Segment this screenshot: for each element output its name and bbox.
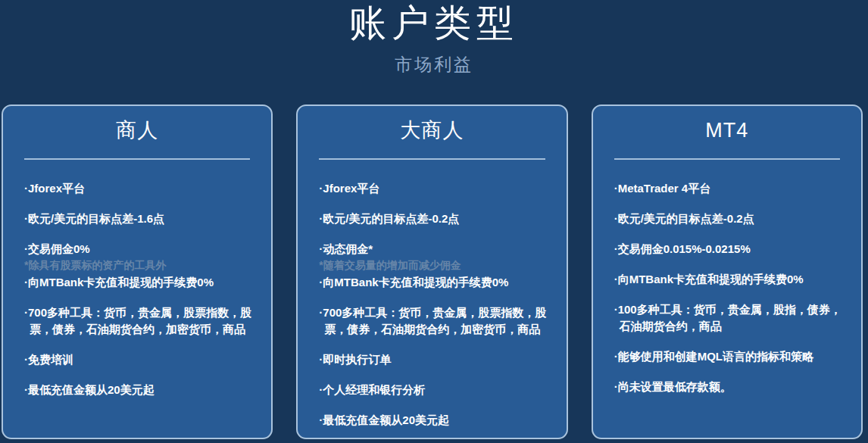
- feature-list: ·MetaTrader 4平台 ·欧元/美元的目标点差-0.2点 ·交易佣金0.…: [593, 180, 861, 395]
- card-merchant-title: 商人: [3, 117, 271, 143]
- feature-item: ·个人经理和银行分析: [319, 382, 548, 398]
- feature-item: ·交易佣金0.015%-0.0215%: [614, 241, 843, 257]
- feature-item: ·动态佣金* *随着交易量的增加而减少佣金: [319, 241, 548, 273]
- feature-item: ·免费培训: [24, 351, 253, 368]
- feature-text: ·动态佣金*: [319, 242, 373, 255]
- feature-item: ·交易佣金0% *除具有股票标的资产的工具外: [24, 241, 253, 273]
- feature-item: ·700多种工具：货币，贵金属，股票指数，股票，债券，石油期货合约，加密货币，商…: [24, 304, 253, 338]
- card-divider: [614, 158, 840, 160]
- card-divider: [24, 158, 250, 160]
- account-cards-row: 商人 ·Jforex平台 ·欧元/美元的目标点差-1.6点 ·交易佣金0% *除…: [0, 105, 868, 439]
- feature-footnote: *除具有股票标的资产的工具外: [30, 257, 253, 273]
- card-big-merchant-title: 大商人: [298, 117, 566, 143]
- section-header: 账户类型 市场利益: [0, 0, 868, 75]
- feature-item: ·100多种工具：货币，贵金属，股指，债券，石油期货合约，商品: [614, 301, 843, 335]
- page-title: 账户类型: [0, 0, 868, 45]
- feature-item: ·700多种工具：货币，贵金属，股票指数，股票，债券，石油期货合约，加密货币，商…: [319, 304, 548, 338]
- feature-item: ·即时执行订单: [319, 351, 548, 368]
- feature-item: ·向MTBank卡充值和提现的手续费0%: [24, 274, 253, 291]
- feature-item: ·欧元/美元的目标点差-1.6点: [24, 211, 253, 227]
- feature-item: ·最低充值金额从20美元起: [319, 412, 548, 429]
- feature-item: ·欧元/美元的目标点差-0.2点: [614, 211, 843, 227]
- feature-item: ·Jforex平台: [24, 180, 253, 197]
- card-divider: [319, 158, 545, 160]
- feature-item: ·MetaTrader 4平台: [614, 180, 843, 197]
- feature-item: ·欧元/美元的目标点差-0.2点: [319, 211, 548, 227]
- feature-text: ·交易佣金0%: [24, 242, 90, 255]
- feature-item: ·向MTBank卡充值和提现的手续费0%: [319, 274, 548, 291]
- card-merchant: 商人 ·Jforex平台 ·欧元/美元的目标点差-1.6点 ·交易佣金0% *除…: [2, 105, 273, 439]
- feature-item: ·能够使用和创建MQL语言的指标和策略: [614, 348, 843, 365]
- feature-list: ·Jforex平台 ·欧元/美元的目标点差-0.2点 ·动态佣金* *随着交易量…: [298, 180, 566, 429]
- feature-item: ·向MTBank卡充值和提现的手续费0%: [614, 271, 843, 288]
- feature-list: ·Jforex平台 ·欧元/美元的目标点差-1.6点 ·交易佣金0% *除具有股…: [3, 180, 271, 398]
- card-mt4: MT4 ·MetaTrader 4平台 ·欧元/美元的目标点差-0.2点 ·交易…: [592, 105, 863, 439]
- page-subtitle: 市场利益: [0, 55, 868, 75]
- card-mt4-title: MT4: [593, 117, 861, 143]
- feature-item: ·Jforex平台: [319, 180, 548, 197]
- feature-item: ·最低充值金额从20美元起: [24, 382, 253, 398]
- feature-item: ·尚未设置最低存款额。: [614, 379, 843, 395]
- card-big-merchant: 大商人 ·Jforex平台 ·欧元/美元的目标点差-0.2点 ·动态佣金* *随…: [296, 105, 567, 439]
- feature-footnote: *随着交易量的增加而减少佣金: [324, 257, 548, 273]
